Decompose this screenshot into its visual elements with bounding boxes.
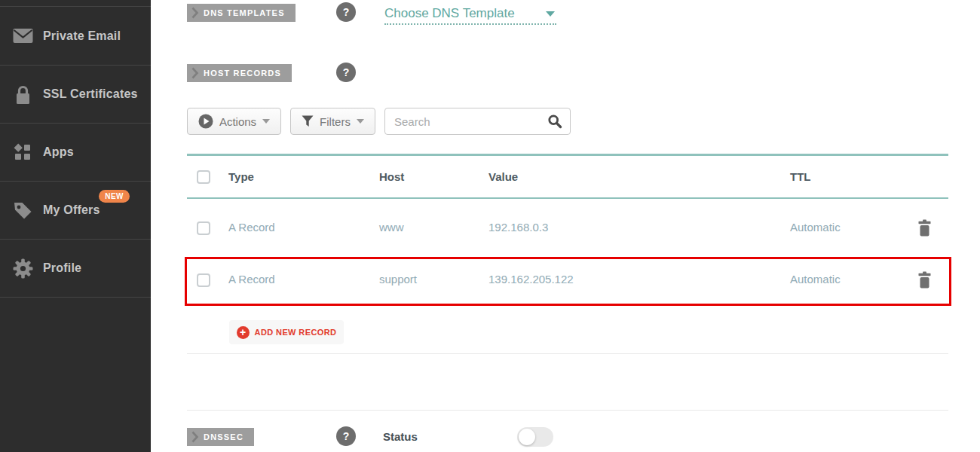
chevron-down-icon	[546, 11, 555, 17]
filter-funnel-icon	[302, 115, 314, 127]
column-header-value: Value	[488, 169, 518, 185]
sidebar-item-private-email[interactable]: Private Email	[0, 6, 151, 66]
chevron-right-icon	[191, 67, 199, 79]
chevron-right-icon	[191, 431, 199, 443]
column-header-type: Type	[228, 169, 254, 185]
chevron-right-icon	[191, 7, 199, 19]
cell-ttl: Automatic	[790, 272, 841, 287]
column-header-host: Host	[379, 169, 404, 185]
trash-icon[interactable]	[917, 219, 932, 237]
add-new-record-button[interactable]: + ADD NEW RECORD	[229, 320, 344, 344]
cell-type: A Record	[228, 272, 275, 287]
toggle-knob	[519, 429, 535, 445]
chevron-down-icon	[357, 119, 364, 124]
filters-button[interactable]: Filters	[290, 108, 375, 135]
search-input[interactable]	[384, 108, 571, 135]
host-records-help-icon[interactable]: ?	[336, 63, 356, 82]
dns-templates-help-icon[interactable]: ?	[336, 2, 356, 22]
cell-type: A Record	[228, 220, 275, 235]
question-glyph: ?	[343, 66, 350, 78]
plus-glyph: +	[240, 327, 246, 338]
section-label: DNSSEC	[204, 432, 243, 441]
add-new-record-label: ADD NEW RECORD	[255, 328, 337, 337]
dnssec-status-label: Status	[383, 430, 418, 443]
lock-icon	[12, 84, 33, 105]
question-glyph: ?	[343, 6, 350, 18]
section-label: DNS TEMPLATES	[204, 8, 285, 17]
dnssec-section-badge: DNSSEC	[187, 428, 254, 446]
row-checkbox[interactable]	[197, 221, 210, 235]
question-glyph: ?	[343, 430, 350, 442]
table-top-border	[187, 154, 948, 156]
column-header-ttl: TTL	[790, 169, 811, 185]
row-checkbox[interactable]	[197, 273, 210, 287]
sidebar-item-apps[interactable]: Apps	[0, 124, 151, 182]
sidebar-item-profile[interactable]: Profile	[0, 240, 151, 298]
table-header-border	[187, 197, 948, 199]
play-circle-icon	[198, 114, 213, 129]
search-box	[384, 108, 571, 135]
cell-value: 139.162.205.122	[488, 272, 574, 287]
dropdown-label: Choose DNS Template	[384, 6, 515, 20]
cell-host: www	[379, 220, 404, 235]
envelope-icon	[12, 26, 33, 47]
choose-dns-template-dropdown[interactable]: Choose DNS Template	[384, 5, 556, 25]
new-badge: NEW	[99, 190, 130, 203]
actions-button[interactable]: Actions	[187, 108, 281, 135]
cell-host: support	[379, 272, 417, 287]
cell-value: 192.168.0.3	[488, 220, 548, 235]
dnssec-toggle[interactable]	[517, 427, 553, 447]
sidebar-item-label: Apps	[43, 145, 74, 159]
sidebar-item-label: Profile	[43, 261, 81, 275]
dns-templates-section-badge: DNS TEMPLATES	[187, 4, 296, 22]
cell-ttl: Automatic	[790, 220, 841, 235]
section-label: HOST RECORDS	[204, 69, 281, 78]
tag-icon	[12, 200, 33, 221]
sidebar: Private Email SSL Certificates Apps	[0, 0, 151, 452]
apps-grid-icon	[12, 142, 33, 163]
plus-circle-icon: +	[237, 326, 250, 339]
select-all-checkbox[interactable]	[197, 170, 210, 184]
sidebar-item-label: SSL Certificates	[43, 87, 138, 101]
section-divider	[187, 353, 948, 354]
sidebar-item-ssl-certificates[interactable]: SSL Certificates	[0, 66, 151, 124]
dnssec-help-icon[interactable]: ?	[336, 426, 356, 446]
search-icon[interactable]	[547, 114, 562, 129]
section-divider	[187, 410, 948, 411]
sidebar-item-label: Private Email	[43, 29, 121, 43]
host-records-section-badge: HOST RECORDS	[187, 64, 292, 82]
gear-icon	[12, 258, 33, 279]
chevron-down-icon	[262, 119, 270, 124]
sidebar-item-label: My Offers	[43, 203, 100, 217]
actions-label: Actions	[219, 115, 256, 128]
sidebar-item-my-offers[interactable]: My Offers NEW	[0, 182, 151, 240]
trash-icon[interactable]	[917, 271, 932, 289]
filters-label: Filters	[320, 115, 351, 128]
